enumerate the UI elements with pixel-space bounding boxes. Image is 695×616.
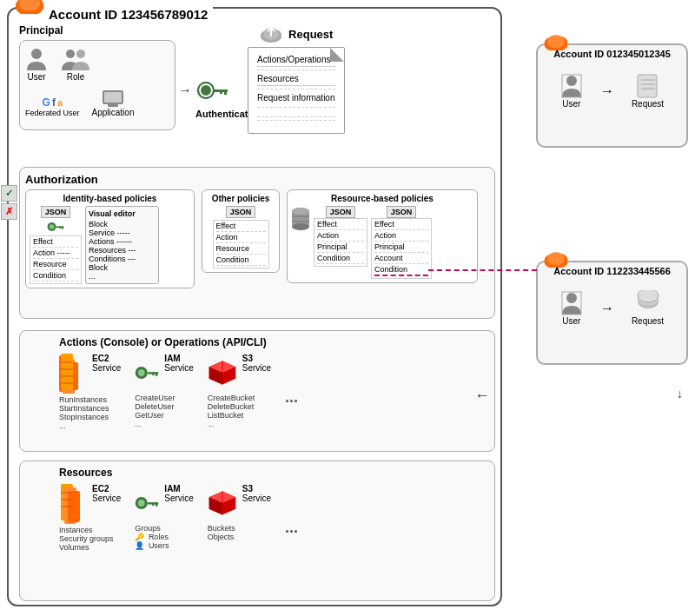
federated-label: Federated User [25, 109, 80, 117]
auth-check-icons: ✓ ✗ [1, 185, 17, 220]
federated-logos: G f a [43, 96, 63, 109]
side-cloud-icon-2 [543, 248, 569, 269]
svg-rect-29 [59, 226, 61, 229]
iam-label: IAM [164, 354, 193, 363]
db-icon-container [291, 206, 310, 230]
s3-res-label: S3 [242, 484, 271, 493]
main-account-box: Account ID 123456789012 Principal User [7, 7, 502, 606]
res-account: Account [374, 254, 428, 262]
svg-point-6 [76, 50, 85, 58]
side2-request-item: Request [632, 290, 664, 326]
iam-service-item: IAM Service CreateUser DeleteUser GetUse… [135, 354, 193, 430]
resources-section: Resources EC2 [19, 460, 495, 601]
dashed-connector [428, 269, 537, 271]
ec2-icon [59, 354, 87, 394]
ec2-resources-list: Instances Security groups Volumes [59, 526, 114, 552]
iam-ops: CreateUser DeleteUser GetUser ... [135, 394, 175, 428]
res-effect1: Effect [317, 220, 364, 229]
facebook-icon: f [52, 96, 56, 109]
s3-op2: DeleteBucket [208, 402, 255, 411]
principal-section: Principal User [19, 24, 193, 159]
side-account-1: Account ID 012345012345 User → Request [536, 43, 688, 148]
action-label: Action ----- [33, 248, 78, 257]
role-label: Role [67, 72, 85, 82]
json-policy-box: JSON Effect [30, 206, 82, 284]
other-policies-inner: JSON Effect Action Resource Condition [206, 206, 275, 268]
res-principal2: Principal [374, 242, 428, 251]
user-icon [25, 46, 48, 72]
iam-service-name-box: IAM Service [164, 354, 193, 373]
s3-service-text: Service [242, 363, 271, 373]
ve-resources: Resources --- [89, 246, 156, 255]
role-icon [60, 46, 91, 72]
side2-user-item: User [560, 290, 583, 326]
other-action: Action [216, 233, 266, 242]
request-title: Request [288, 28, 333, 41]
s3-res-name-box: S3 Service [242, 484, 271, 503]
check-icon: ✓ [1, 185, 17, 202]
cloud-icon-main [14, 0, 45, 16]
iam-user-icon-small: 👤 [135, 541, 144, 550]
authorization-section: ✓ ✗ Authorization Identity-based policie… [19, 167, 495, 319]
s3-res-service-text: Service [242, 493, 271, 503]
iam-res2: 🔑 Roles [135, 533, 169, 541]
resources-services-row: EC2 Service Instances Security groups Vo… [59, 484, 489, 552]
iam-res3: 👤 Users [135, 541, 169, 550]
side2-arrow-icon: → [600, 301, 614, 316]
request-paper: Actions/Operations Resources Request inf… [248, 47, 345, 134]
res-json1: JSON Effect Action Principal Condition [314, 206, 367, 279]
federated-icon-item: G f a Federated User [25, 96, 80, 117]
svg-point-82 [566, 293, 577, 303]
left-arrow-connector: ← [474, 387, 490, 405]
principal-icons-row2: G f a Federated User Application [25, 89, 134, 117]
iam-key-icon [135, 354, 159, 392]
svg-point-81 [547, 252, 565, 265]
svg-rect-62 [156, 502, 157, 507]
other-condition: Condition [216, 255, 266, 264]
svg-point-71 [547, 35, 565, 48]
ec2-op1: RunInstances [59, 395, 109, 404]
visual-editor-label: Visual editor [89, 209, 156, 218]
svg-point-5 [66, 50, 75, 58]
user-icon-item: User [25, 46, 48, 82]
svg-point-72 [566, 76, 577, 86]
ec2-res-icon-box: EC2 Service [59, 484, 121, 524]
iam-res-service-text: Service [164, 493, 193, 503]
resource-label: Resource [33, 260, 78, 268]
application-icon [101, 89, 125, 108]
ve-block2: Block [89, 263, 156, 272]
actions-section: Actions (Console) or Operations (API/CLI… [19, 330, 495, 452]
svg-rect-9 [104, 92, 122, 103]
other-json-label: JSON [226, 206, 256, 218]
iam-res-users: Users [149, 541, 169, 550]
ec2-resource-item: EC2 Service Instances Security groups Vo… [59, 484, 121, 552]
iam-res-name-box: IAM Service [164, 484, 193, 503]
request-header: Request [248, 24, 345, 43]
actions-services-row: EC2 Service RunInstances StartInstances … [59, 354, 489, 430]
res-condition1: Condition [317, 254, 364, 262]
request-item-resources: Resources [257, 72, 335, 86]
down-connector: ↓ [677, 387, 683, 401]
actions-label: Actions (Console) or Operations (API/CLI… [59, 336, 489, 348]
res-condition2: Condition [374, 265, 428, 274]
ec2-res2: Security groups [59, 534, 114, 543]
side-cloud-icon-1 [543, 31, 569, 52]
ec2-res-icon [59, 484, 87, 524]
side1-request-icon [636, 73, 660, 99]
s3-icon [208, 354, 237, 392]
ec2-icon-box: EC2 Service [59, 354, 121, 394]
ec2-service-text: Service [92, 363, 121, 373]
side2-user-label: User [562, 316, 580, 326]
resource-json-boxes: JSON Effect Action Principal Condition [314, 206, 432, 279]
s3-ops: CreateBucket DeleteBucket ListBucket ... [208, 394, 255, 428]
principal-label: Principal [19, 24, 193, 36]
side1-arrow-icon: → [600, 83, 614, 99]
svg-rect-19 [220, 89, 222, 94]
svg-rect-63 [153, 502, 155, 506]
svg-point-45 [138, 369, 145, 376]
iam-op3: GetUser [135, 411, 175, 420]
res-effect2: Effect [374, 220, 428, 229]
iam-icon-box: IAM Service [135, 354, 193, 392]
iam-res-label: IAM [164, 484, 193, 493]
side1-request-item: Request [632, 73, 664, 109]
